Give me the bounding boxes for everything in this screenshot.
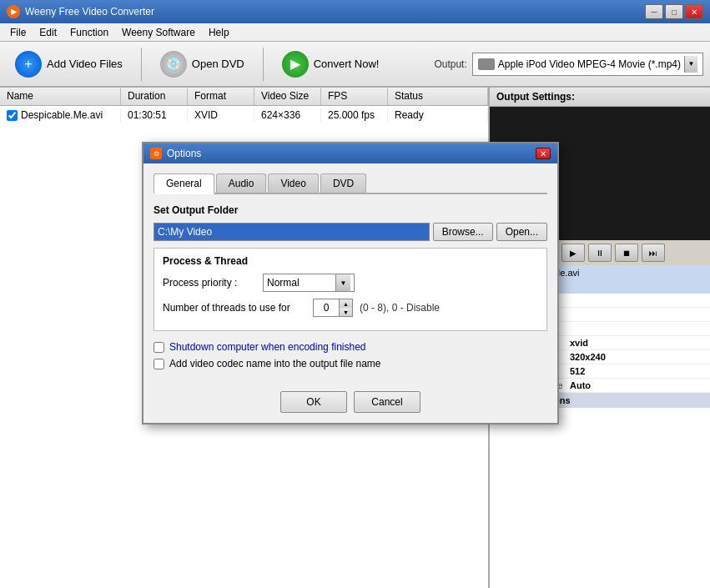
threads-up-arrow[interactable]: ▲ bbox=[340, 299, 352, 308]
dialog-close-button[interactable]: ✕ bbox=[536, 148, 551, 159]
app-icon: ▶ bbox=[7, 5, 20, 18]
priority-arrow-icon: ▼ bbox=[335, 274, 350, 291]
process-section-title: Process & Thread bbox=[163, 255, 538, 267]
output-folder-row: Browse... Open... bbox=[154, 223, 547, 241]
menu-function[interactable]: Function bbox=[63, 25, 115, 40]
dialog-icon: ⚙ bbox=[150, 148, 162, 159]
menu-bar: File Edit Function Weeny Software Help bbox=[0, 23, 710, 42]
shutdown-checkbox[interactable] bbox=[154, 342, 164, 353]
col-duration: Duration bbox=[121, 88, 188, 105]
add-codec-checkbox[interactable] bbox=[154, 359, 164, 369]
dialog-title: Options bbox=[167, 148, 536, 159]
output-format-value: Apple iPod Video MPEG-4 Movie (*.mp4) bbox=[498, 58, 681, 70]
dialog-body: General Audio Video DVD Set Output Folde… bbox=[144, 163, 557, 384]
file-name: Despicable.Me.avi bbox=[21, 109, 103, 121]
tab-video[interactable]: Video bbox=[268, 173, 318, 193]
browse-button[interactable]: Browse... bbox=[433, 223, 493, 241]
file-list-header: Name Duration Format Video Size FPS Stat… bbox=[0, 88, 488, 106]
minimize-button[interactable]: ─ bbox=[645, 4, 663, 19]
process-thread-section: Process & Thread Process priority : Norm… bbox=[154, 248, 547, 331]
title-bar: ▶ Weeny Free Video Converter ─ □ ✕ bbox=[0, 0, 710, 23]
toolbar: + Add Video Files 💿 Open DVD ▶ Convert N… bbox=[0, 42, 710, 88]
col-status: Status bbox=[388, 88, 488, 105]
add-video-label: Add Video Files bbox=[47, 58, 123, 70]
convert-now-label: Convert Now! bbox=[314, 58, 380, 70]
cell-status: Ready bbox=[388, 108, 488, 123]
file-checkbox[interactable] bbox=[7, 110, 18, 121]
tab-bar: General Audio Video DVD bbox=[154, 173, 547, 194]
toolbar-separator-2 bbox=[263, 48, 264, 81]
threads-row: Number of threads to use for ▲ ▼ (0 - 8)… bbox=[163, 299, 538, 317]
priority-row: Process priority : Normal ▼ bbox=[163, 274, 538, 292]
threads-arrows: ▲ ▼ bbox=[339, 299, 352, 316]
close-button[interactable]: ✕ bbox=[685, 4, 703, 19]
dialog-titlebar: ⚙ Options ✕ bbox=[144, 143, 557, 163]
output-panel-header: Output Settings: bbox=[490, 88, 710, 107]
open-dvd-button[interactable]: 💿 Open DVD bbox=[152, 48, 253, 81]
convert-icon: ▶ bbox=[282, 51, 309, 78]
convert-now-button[interactable]: ▶ Convert Now! bbox=[274, 48, 388, 81]
cell-format: XVID bbox=[188, 108, 254, 123]
threads-spinner[interactable]: ▲ ▼ bbox=[313, 299, 353, 317]
menu-help[interactable]: Help bbox=[202, 25, 236, 40]
priority-label: Process priority : bbox=[163, 277, 263, 289]
add-video-button[interactable]: + Add Video Files bbox=[7, 48, 131, 81]
cell-name: Despicable.Me.avi bbox=[0, 108, 121, 123]
priority-value: Normal bbox=[267, 277, 300, 289]
threads-down-arrow[interactable]: ▼ bbox=[340, 308, 352, 316]
window-controls: ─ □ ✕ bbox=[645, 4, 703, 19]
col-video-size: Video Size bbox=[254, 88, 321, 105]
vc-stop-button[interactable]: ⏹ bbox=[615, 244, 638, 262]
tab-dvd[interactable]: DVD bbox=[320, 173, 366, 193]
threads-input[interactable] bbox=[314, 299, 339, 316]
priority-select[interactable]: Normal ▼ bbox=[263, 274, 355, 292]
table-row[interactable]: Despicable.Me.avi 01:30:51 XVID 624×336 … bbox=[0, 106, 488, 124]
window-title: Weeny Free Video Converter bbox=[25, 6, 645, 18]
output-label: Output: bbox=[434, 58, 466, 70]
menu-weeny[interactable]: Weeny Software bbox=[115, 25, 202, 40]
add-codec-label[interactable]: Add video codec name into the output fil… bbox=[169, 358, 381, 369]
menu-edit[interactable]: Edit bbox=[33, 25, 63, 40]
col-format: Format bbox=[188, 88, 254, 105]
col-name: Name bbox=[0, 88, 121, 105]
checkbox-shutdown-row: Shutdown computer when encoding finished bbox=[154, 341, 547, 353]
tab-audio[interactable]: Audio bbox=[216, 173, 267, 193]
cell-duration: 01:30:51 bbox=[121, 108, 188, 123]
cancel-button[interactable]: Cancel bbox=[354, 391, 420, 413]
open-dvd-label: Open DVD bbox=[192, 58, 244, 70]
vc-play-button[interactable]: ▶ bbox=[561, 244, 585, 262]
threads-range: (0 - 8), 0 - Disable bbox=[360, 302, 440, 314]
col-fps: FPS bbox=[321, 88, 388, 105]
vc-next-button[interactable]: ⏭ bbox=[642, 244, 665, 262]
threads-label: Number of threads to use for bbox=[163, 302, 313, 314]
output-area: Output: Apple iPod Video MPEG-4 Movie (*… bbox=[434, 53, 703, 76]
toolbar-separator bbox=[141, 48, 142, 81]
dialog-footer: OK Cancel bbox=[144, 384, 557, 423]
dvd-icon: 💿 bbox=[160, 51, 187, 78]
options-dialog: ⚙ Options ✕ General Audio Video DVD Set … bbox=[142, 142, 559, 425]
checkbox-codec-row: Add video codec name into the output fil… bbox=[154, 358, 547, 369]
tab-general[interactable]: General bbox=[154, 173, 214, 194]
output-format-dropdown[interactable]: Apple iPod Video MPEG-4 Movie (*.mp4) ▼ bbox=[472, 53, 703, 76]
vc-pause-button[interactable]: ⏸ bbox=[588, 244, 612, 262]
menu-file[interactable]: File bbox=[3, 25, 33, 40]
cell-fps: 25.000 fps bbox=[321, 108, 388, 123]
output-format-icon bbox=[478, 58, 495, 70]
output-folder-input[interactable] bbox=[154, 223, 430, 241]
ok-button[interactable]: OK bbox=[280, 391, 347, 413]
output-folder-label: Set Output Folder bbox=[154, 204, 547, 216]
add-video-icon: + bbox=[15, 51, 42, 78]
cell-video-size: 624×336 bbox=[254, 108, 321, 123]
maximize-button[interactable]: □ bbox=[665, 4, 683, 19]
open-button[interactable]: Open... bbox=[496, 223, 547, 241]
shutdown-label[interactable]: Shutdown computer when encoding finished bbox=[169, 341, 366, 353]
dropdown-arrow-icon: ▼ bbox=[684, 56, 697, 73]
